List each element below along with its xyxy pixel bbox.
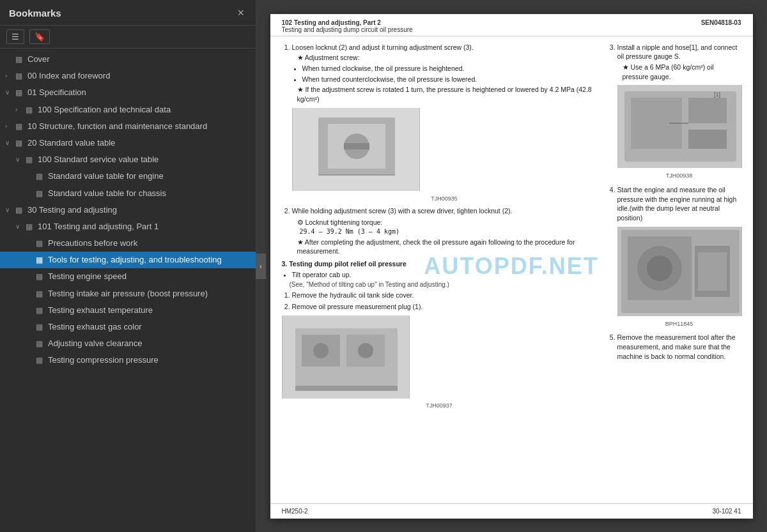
step1-star: Adjustment screw: [297,53,597,63]
main-content: AUTOPDF.NET 102 Testing and adjusting, P… [256,0,767,532]
step1-star2: If the adjustment screw is rotated 1 tur… [297,85,597,103]
doc-image-2-svg [283,315,409,399]
footer-right: 30-102 41 [712,508,741,515]
doc-steps-left: Loosen locknut (2) and adjust it turning… [282,43,597,256]
svg-rect-26 [698,252,727,291]
bookmark-icon-00-index: ▩ [15,71,24,82]
svg-rect-12 [295,386,398,391]
sidebar-tree[interactable]: ▩Cover›▩00 Index and foreword∨▩01 Specif… [0,49,256,532]
bookmark-icon-20-standard: ▩ [15,138,24,149]
step3-sub2: Remove oil pressure measurement plug (1)… [292,302,597,312]
sidebar-item-100-spec-tech[interactable]: ›▩100 Specification and technical data [0,102,256,118]
bookmark-icon-adjusting-valve: ▩ [36,338,45,349]
svg-rect-4 [344,143,369,149]
toolbar-list-button[interactable]: ☰ [6,29,24,44]
bookmark-icon-tools-testing: ▩ [36,255,45,266]
sidebar-item-testing-exhaust-gas[interactable]: ▩Testing exhaust gas color [0,319,256,335]
step2-torque-label: ⚙ Locknut tightening torque: [297,218,597,227]
sidebar-item-adjusting-valve[interactable]: ▩Adjusting valve clearance [0,335,256,352]
doc-image-3-svg: [1] [618,85,741,168]
sidebar-item-label-100-spec-tech: 100 Specification and technical data [38,104,251,116]
step1-bullet1: When turned clockwise, the oil pressure … [302,64,597,73]
expand-icon-100-standard-svc[interactable]: ∨ [15,155,24,164]
expand-icon-101-testing-p1[interactable]: ∨ [15,222,24,231]
sidebar-item-cover[interactable]: ▩Cover [0,51,256,68]
doc-image-1-svg [293,108,419,191]
sidebar-item-100-standard-svc[interactable]: ∨▩100 Standard service value table [0,151,256,168]
step2-torque-val: 29.4 – 39.2 Nm (3 – 4 kgm) [300,227,597,236]
sidebar-item-label-00-index: 00 Index and foreword [27,70,251,82]
sidebar-title: Bookmarks [9,8,61,19]
expand-icon-00-index[interactable]: › [5,72,14,80]
sidebar-item-101-testing-p1[interactable]: ∨▩101 Testing and adjusting, Part 1 [0,218,256,235]
sidebar-item-tools-testing[interactable]: ▩Tools for testing, adjusting, and troub… [0,252,256,268]
bookmark-icon-precautions: ▩ [36,238,45,249]
doc-footer: HM250-2 30-102 41 [270,503,753,519]
bookmark-icon-30-testing: ▩ [15,205,24,216]
step1-text: Loosen locknut (2) and adjust it turning… [292,43,474,51]
sidebar-item-label-101-testing-p1: 101 Testing and adjusting, Part 1 [38,221,251,232]
sidebar-item-20-standard[interactable]: ∨▩20 Standard value table [0,135,256,151]
step-r5-text: Remove the measurement tool after the me… [617,333,736,360]
step-1: Loosen locknut (2) and adjust it turning… [292,43,597,203]
svg-text:[1]: [1] [714,91,720,98]
bookmark-icon-10-structure: ▩ [15,121,24,132]
step3-bullet1: Tilt operator cab up. [292,270,597,280]
step3-sublist: Remove the hydraulic oil tank side cover… [282,291,597,312]
sidebar-item-10-structure[interactable]: ›▩10 Structure, function and maintenance… [0,118,256,135]
page-viewer: AUTOPDF.NET 102 Testing and adjusting, P… [270,14,753,519]
svg-point-10 [313,343,329,358]
sidebar-item-30-testing[interactable]: ∨▩30 Testing and adjusting [0,202,256,218]
sidebar-item-testing-intake[interactable]: ▩Testing intake air pressure (boost pres… [0,285,256,302]
footer-left: HM250-2 [282,508,308,515]
sidebar-item-label-20-standard: 20 Standard value table [27,137,251,149]
sidebar-collapse-button[interactable]: ‹ [256,254,266,279]
bookmark-icon-100-standard-svc: ▩ [26,155,35,165]
bookmark-icon-testing-compression: ▩ [36,355,45,366]
bookmark-icon-cover: ▩ [15,54,24,65]
svg-rect-16 [688,98,727,123]
sidebar-item-testing-compression[interactable]: ▩Testing compression pressure [0,352,256,369]
doc-body: Loosen locknut (2) and adjust it turning… [270,36,753,416]
sidebar-item-label-testing-exhaust-gas: Testing exhaust gas color [48,321,251,333]
sidebar-item-std-engine[interactable]: ▩Standard value table for engine [0,168,256,185]
expand-icon-01-spec[interactable]: ∨ [5,88,14,97]
toolbar-bookmark-button[interactable]: 🔖 [29,29,50,44]
svg-point-24 [647,255,672,281]
close-button[interactable]: × [235,6,247,20]
bookmark-icon-std-chassis: ▩ [36,188,45,199]
sidebar-toolbar: ☰ 🔖 [0,26,256,49]
sidebar-item-std-chassis[interactable]: ▩Standard value table for chassis [0,185,256,202]
step-r3: Install a nipple and hose[1], and connec… [617,43,741,180]
doc-image-2-caption: TJH00937 [282,402,597,409]
step3-sub1: Remove the hydraulic oil tank side cover… [292,291,597,300]
expand-icon-20-standard[interactable]: ∨ [5,139,14,148]
svg-point-11 [358,343,373,358]
doc-col-right: Install a nipple and hose[1], and connec… [607,43,741,409]
expand-icon-30-testing[interactable]: ∨ [5,206,14,215]
step-2: While holding adjustment screw (3) with … [292,206,597,256]
step-r4: Start the engine and measure the oil pre… [617,185,741,328]
expand-icon-10-structure[interactable]: › [5,122,14,131]
bookmark-icon-100-spec-tech: ▩ [26,105,35,116]
sidebar-item-01-spec[interactable]: ∨▩01 Specification [0,84,256,101]
sidebar-item-label-testing-intake: Testing intake air pressure (boost press… [48,288,251,300]
sidebar-item-label-std-chassis: Standard value table for chassis [48,188,251,199]
step-r3-text: Install a nipple and hose[1], and connec… [617,43,738,61]
step3-title-text: Testing dump pilot relief oil pressure [289,260,407,268]
sidebar-item-label-testing-compression: Testing compression pressure [48,354,251,366]
sidebar-item-testing-engine-speed[interactable]: ▩Testing engine speed [0,268,256,285]
step1-bullet2: When turned counterclockwise, the oil pr… [302,75,597,84]
doc-image-1-caption: TJH00935 [292,195,597,203]
expand-icon-100-spec-tech[interactable]: › [15,105,24,114]
doc-image-2 [282,315,410,399]
doc-header-left: 102 Testing and adjusting, Part 2 Testin… [282,19,413,33]
step3-bullets: Tilt operator cab up. [282,270,597,280]
doc-steps-right: Install a nipple and hose[1], and connec… [607,43,741,361]
sidebar-item-testing-exhaust-temp[interactable]: ▩Testing exhaust temperature [0,302,256,319]
doc-header-right: SEN04818-03 [701,19,741,33]
sidebar-item-precautions[interactable]: ▩Precautions before work [0,235,256,252]
sidebar-item-label-adjusting-valve: Adjusting valve clearance [48,338,251,349]
doc-title-sub: Testing and adjusting dump circuit oil p… [282,26,413,33]
sidebar-item-00-index[interactable]: ›▩00 Index and foreword [0,68,256,84]
